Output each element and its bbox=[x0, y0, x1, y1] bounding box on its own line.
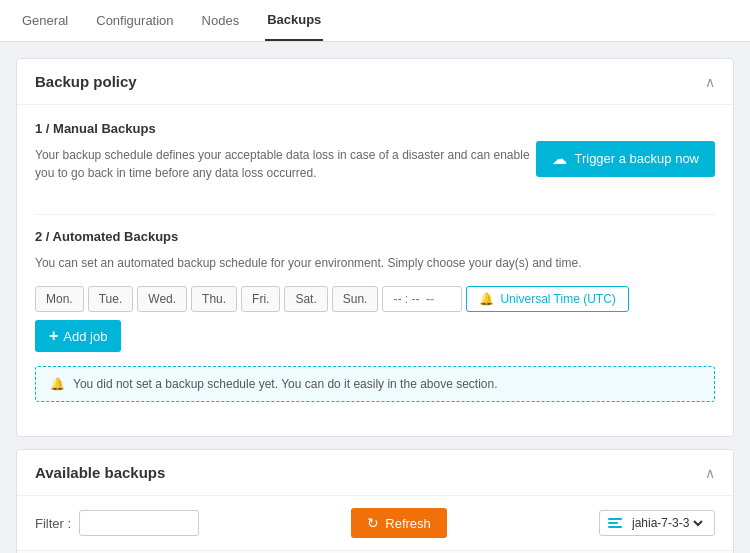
filter-row: Filter : ↻ Refresh jahia-7-3-3 bbox=[17, 496, 733, 551]
backup-policy-header: Backup policy ∧ bbox=[17, 59, 733, 105]
timezone-label: Universal Time (UTC) bbox=[500, 292, 615, 306]
timezone-button[interactable]: 🔔 Universal Time (UTC) bbox=[466, 286, 628, 312]
filter-right: jahia-7-3-3 bbox=[599, 510, 715, 536]
version-select-wrapper[interactable]: jahia-7-3-3 bbox=[599, 510, 715, 536]
manual-backups-desc: Your backup schedule defines your accept… bbox=[35, 146, 536, 182]
days-row: Mon. Tue. Wed. Thu. Fri. Sat. Sun. 🔔 Uni… bbox=[35, 286, 629, 312]
available-backups-card: Available backups ∧ Filter : ↻ Refresh bbox=[16, 449, 734, 553]
version-select[interactable]: jahia-7-3-3 bbox=[628, 515, 706, 531]
nav-item-configuration[interactable]: Configuration bbox=[94, 0, 175, 41]
day-fri[interactable]: Fri. bbox=[241, 286, 280, 312]
nav-item-general[interactable]: General bbox=[20, 0, 70, 41]
bell-icon: 🔔 bbox=[479, 292, 494, 306]
refresh-label: Refresh bbox=[385, 516, 431, 531]
alert-bell-icon: 🔔 bbox=[50, 377, 65, 391]
nav-item-nodes[interactable]: Nodes bbox=[200, 0, 242, 41]
day-sun[interactable]: Sun. bbox=[332, 286, 379, 312]
day-tue[interactable]: Tue. bbox=[88, 286, 134, 312]
backup-policy-collapse-icon[interactable]: ∧ bbox=[705, 74, 715, 90]
refresh-button[interactable]: ↻ Refresh bbox=[351, 508, 447, 538]
available-backups-header: Available backups ∧ bbox=[17, 450, 733, 496]
day-sat[interactable]: Sat. bbox=[284, 286, 327, 312]
add-job-label: Add job bbox=[63, 329, 107, 344]
main-content: Backup policy ∧ 1 / Manual Backups Your … bbox=[0, 42, 750, 553]
lines-icon bbox=[608, 518, 622, 528]
backup-alert-text: You did not set a backup schedule yet. Y… bbox=[73, 377, 498, 391]
automated-backups-desc: You can set an automated backup schedule… bbox=[35, 254, 715, 272]
cloud-upload-icon: ☁ bbox=[552, 150, 567, 168]
day-wed[interactable]: Wed. bbox=[137, 286, 187, 312]
add-job-button[interactable]: + Add job bbox=[35, 320, 121, 352]
filter-center: ↻ Refresh bbox=[351, 508, 447, 538]
manual-backups-title: 1 / Manual Backups bbox=[35, 121, 536, 136]
automated-backups-controls: Mon. Tue. Wed. Thu. Fri. Sat. Sun. 🔔 Uni… bbox=[35, 286, 715, 352]
trigger-backup-label: Trigger a backup now bbox=[574, 151, 699, 166]
available-backups-title: Available backups bbox=[35, 464, 165, 481]
day-mon[interactable]: Mon. bbox=[35, 286, 84, 312]
backup-policy-card: Backup policy ∧ 1 / Manual Backups Your … bbox=[16, 58, 734, 437]
filter-left: Filter : bbox=[35, 510, 199, 536]
filter-label: Filter : bbox=[35, 516, 71, 531]
trigger-backup-button[interactable]: ☁ Trigger a backup now bbox=[536, 141, 715, 177]
top-navigation: GeneralConfigurationNodesBackups bbox=[0, 0, 750, 42]
automated-backups-title: 2 / Automated Backups bbox=[35, 229, 715, 244]
plus-icon: + bbox=[49, 327, 58, 345]
available-backups-collapse-icon[interactable]: ∧ bbox=[705, 465, 715, 481]
filter-input[interactable] bbox=[79, 510, 199, 536]
backup-policy-body: 1 / Manual Backups Your backup schedule … bbox=[17, 105, 733, 436]
day-thu[interactable]: Thu. bbox=[191, 286, 237, 312]
section-divider bbox=[35, 214, 715, 215]
refresh-icon: ↻ bbox=[367, 515, 379, 531]
time-input[interactable] bbox=[382, 286, 462, 312]
manual-backups-section: 1 / Manual Backups Your backup schedule … bbox=[35, 121, 715, 196]
automated-backups-section: 2 / Automated Backups You can set an aut… bbox=[35, 229, 715, 402]
backup-alert: 🔔 You did not set a backup schedule yet.… bbox=[35, 366, 715, 402]
manual-backups-text: 1 / Manual Backups Your backup schedule … bbox=[35, 121, 536, 196]
backup-policy-title: Backup policy bbox=[35, 73, 137, 90]
nav-item-backups[interactable]: Backups bbox=[265, 0, 323, 41]
